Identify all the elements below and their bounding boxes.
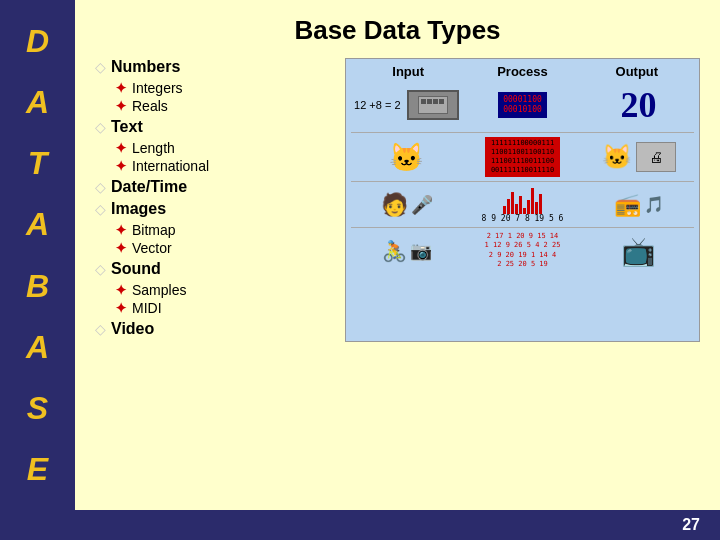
left-panel: ◇ Numbers ✦ Integers ✦ Reals ◇ Text	[95, 58, 335, 342]
diamond-icon-video: ◇	[95, 321, 106, 337]
cpu-chip-icon	[407, 90, 459, 120]
plus-icon-samples: ✦	[115, 282, 127, 298]
bar	[507, 199, 510, 214]
header-input: Input	[351, 64, 465, 79]
bar	[515, 204, 518, 214]
person-icon: 🧑	[381, 192, 408, 218]
sub-bullet-midi: ✦ MIDI	[115, 300, 335, 316]
equation-text: 12 +8 = 2	[354, 99, 401, 111]
bullet-video-label: Video	[111, 320, 154, 338]
music-icon: 🎵	[644, 195, 664, 214]
sidebar-letter-a1: A	[26, 86, 49, 118]
io-process-images: 1111111000001111100110011001101110011100…	[467, 137, 578, 177]
printer-icon: 🖨	[636, 142, 676, 172]
sidebar-letter-a2: A	[26, 208, 49, 240]
cpu-cell	[439, 99, 444, 104]
sidebar-letter-e: E	[27, 453, 48, 485]
io-row-numbers: 12 +8 = 2 0000110000010100	[351, 84, 694, 126]
bar	[503, 206, 506, 214]
bar	[511, 192, 514, 214]
bullet-datetime: ◇ Date/Time	[95, 178, 335, 196]
io-output-sound: 📻 🎵	[583, 192, 694, 218]
vector-label: Vector	[132, 240, 172, 256]
speaker-icon: 📻	[614, 192, 641, 218]
io-row-images: 🐱 11111110000011111001100110011011100111…	[351, 137, 694, 177]
length-label: Length	[132, 140, 175, 156]
sidebar-letter-t: T	[28, 147, 48, 179]
header-process: Process	[465, 64, 579, 79]
diamond-icon-img: ◇	[95, 201, 106, 217]
samples-label: Samples	[132, 282, 186, 298]
io-output-images: 🐱 🖨	[583, 142, 694, 172]
bullet-images-label: Images	[111, 200, 166, 218]
cat-output-icon: 🐱	[602, 143, 632, 171]
sub-bullet-integers: ✦ Integers	[115, 80, 335, 96]
sidebar: D A T A B A S E	[0, 0, 75, 510]
cpu-cell	[421, 99, 426, 104]
io-input-video: 🚴 📷	[351, 239, 462, 263]
io-row-sound: 🧑 🎤	[351, 186, 694, 223]
header-output: Output	[580, 64, 694, 79]
cpu-cell	[433, 99, 438, 104]
bullet-sound-label: Sound	[111, 260, 161, 278]
io-headers: Input Process Output	[351, 64, 694, 79]
plus-icon-length: ✦	[115, 140, 127, 156]
bitmap-label: Bitmap	[132, 222, 176, 238]
plus-icon-midi: ✦	[115, 300, 127, 316]
bullet-images: ◇ Images	[95, 200, 335, 218]
row-sep-3	[351, 227, 694, 228]
cyclist-icon: 🚴	[382, 239, 407, 263]
bottom-bar: 27	[0, 510, 720, 540]
cat-input-icon: 🐱	[389, 142, 424, 173]
diamond-icon: ◇	[95, 59, 106, 75]
video-camera-icon: 📷	[410, 240, 432, 262]
bullet-datetime-label: Date/Time	[111, 178, 187, 196]
diamond-icon-dt: ◇	[95, 179, 106, 195]
io-row-video: 🚴 📷 2 17 1 20 9 15 14 1 12 9 26 5 4 2 25…	[351, 232, 694, 269]
output-number: 20	[621, 85, 657, 125]
mic-icon: 🎤	[411, 194, 433, 216]
cpu-cell	[427, 99, 432, 104]
bar	[519, 196, 522, 214]
sub-bullets-images: ✦ Bitmap ✦ Vector	[115, 222, 335, 256]
reals-label: Reals	[132, 98, 168, 114]
io-output-numbers: 20	[583, 84, 694, 126]
sub-bullet-samples: ✦ Samples	[115, 282, 335, 298]
bullet-numbers: ◇ Numbers	[95, 58, 335, 76]
io-process-video: 2 17 1 20 9 15 14 1 12 9 26 5 4 2 25 2 9…	[467, 232, 578, 269]
plus-icon-vector: ✦	[115, 240, 127, 256]
io-input-images: 🐱	[351, 141, 462, 174]
io-process-numbers: 0000110000010100	[467, 92, 578, 119]
tv-icon: 📺	[621, 236, 656, 267]
sub-bullet-bitmap: ✦ Bitmap	[115, 222, 335, 238]
io-input-sound: 🧑 🎤	[351, 192, 462, 218]
content-area: ◇ Numbers ✦ Integers ✦ Reals ◇ Text	[95, 58, 700, 342]
bar	[539, 194, 542, 214]
bullet-text: ◇ Text	[95, 118, 335, 136]
sound-wave-chart	[467, 186, 578, 214]
bullet-text-label: Text	[111, 118, 143, 136]
cpu-chip-grid	[418, 96, 448, 114]
plus-icon: ✦	[115, 80, 127, 96]
bar	[527, 200, 530, 214]
diamond-icon-text: ◇	[95, 119, 106, 135]
io-process-sound: 8 9 20 7 8 19 5 6	[467, 186, 578, 223]
row-sep-1	[351, 132, 694, 133]
sub-bullet-international: ✦ International	[115, 158, 335, 174]
bullet-sound: ◇ Sound	[95, 260, 335, 278]
row-sep-2	[351, 181, 694, 182]
plus-icon-reals: ✦	[115, 98, 127, 114]
midi-label: MIDI	[132, 300, 162, 316]
bar	[535, 202, 538, 214]
video-binary-display: 2 17 1 20 9 15 14 1 12 9 26 5 4 2 25 2 9…	[485, 232, 561, 268]
bar	[531, 188, 534, 214]
binary-image-display: 1111111000001111100110011001101110011100…	[485, 137, 560, 177]
io-table: Input Process Output 12 +8 = 2	[345, 58, 700, 342]
integers-label: Integers	[132, 80, 183, 96]
sub-bullets-text: ✦ Length ✦ International	[115, 140, 335, 174]
plus-icon-bitmap: ✦	[115, 222, 127, 238]
binary-display: 0000110000010100	[498, 92, 547, 119]
io-output-video: 📺	[583, 235, 694, 268]
sub-bullets-numbers: ✦ Integers ✦ Reals	[115, 80, 335, 114]
sub-bullet-vector: ✦ Vector	[115, 240, 335, 256]
